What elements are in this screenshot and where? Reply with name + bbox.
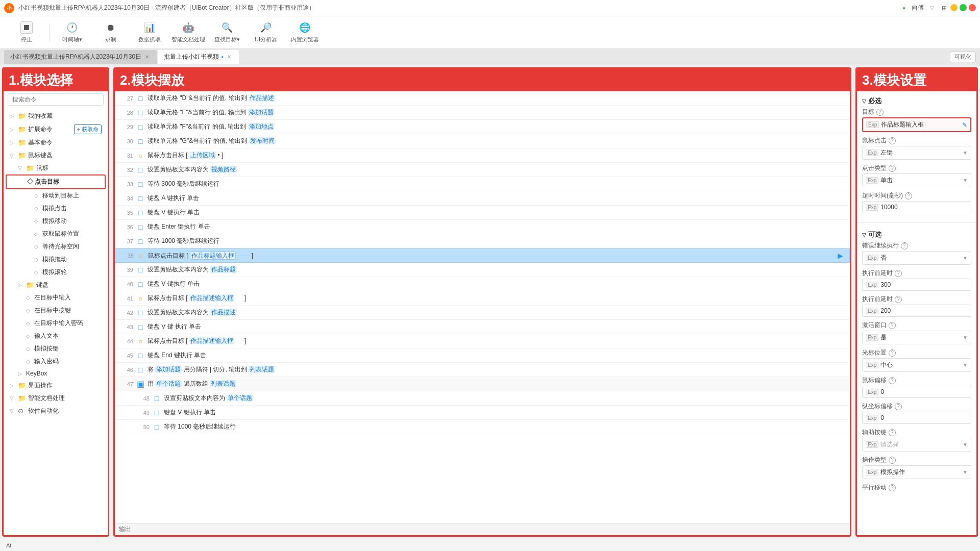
- flow-row-36[interactable]: 36 □ 键盘 Enter 键执行 单击: [115, 220, 850, 234]
- stop-button[interactable]: ⏹ 停止: [8, 19, 45, 46]
- continue-on-error-help-icon[interactable]: ?: [901, 242, 908, 249]
- exec-delay1-label-text: 执行前延时: [862, 269, 893, 278]
- flow-row-41[interactable]: 41 ○ 鼠标点击目标 [ 作品描述输入框 ]: [115, 291, 850, 306]
- tree-favorites[interactable]: ▷ 📁 我的收藏: [6, 110, 106, 122]
- flow-row-38[interactable]: 38 ○ 鼠标点击目标 [ 作品标题输入框 —— ] ▶: [115, 248, 850, 263]
- tree-input-password-in-target[interactable]: ◇ 在目标中输入密码: [6, 317, 106, 330]
- tree-click-target[interactable]: ◇ 点击目标: [6, 174, 106, 189]
- smart-doc-button[interactable]: 🤖 智能文档处理: [170, 19, 207, 46]
- cursor-offsety-help-icon[interactable]: ?: [895, 403, 902, 410]
- tree-simulate-drag[interactable]: ◇ 模拟拖动: [6, 253, 106, 266]
- mouse-click-help-icon[interactable]: ?: [889, 137, 896, 144]
- cursor-offsetx-input[interactable]: Exp 0: [862, 386, 971, 398]
- data-extract-button[interactable]: 📊 数据抓取: [131, 19, 168, 46]
- timeline-button[interactable]: 🕐 时间轴▾: [54, 19, 90, 46]
- flow-row-47[interactable]: 47 ▣ 用 单个话题 遍历数组 列表话题: [115, 377, 850, 391]
- flow-row-44[interactable]: 44 ○ 鼠标点击目标 [ 作品描述输入框 ]: [115, 334, 850, 348]
- tab-main-close[interactable]: ✕: [143, 54, 151, 61]
- timeout-input[interactable]: Exp 10000: [862, 201, 971, 213]
- exec-delay1-help-icon[interactable]: ?: [895, 270, 902, 277]
- flow-row-35[interactable]: 35 □ 键盘 V 键执行 单击: [115, 206, 850, 220]
- cursor-position-select[interactable]: Exp 中心 ▼: [862, 358, 971, 372]
- exec-delay1-input[interactable]: Exp 300: [862, 279, 971, 291]
- flow-row-30[interactable]: 30 □ 读取单元格 "G"&当前行 的值, 输出到 发布时间: [115, 134, 850, 148]
- search-input[interactable]: [8, 93, 104, 106]
- tab-active-close[interactable]: ✕: [226, 54, 233, 61]
- row-icon-40: □: [135, 279, 145, 289]
- flow-row-40[interactable]: 40 □ 键盘 V 键执行 单击: [115, 277, 850, 291]
- flow-row-42[interactable]: 42 □ 设置剪贴板文本内容为 作品描述: [115, 306, 850, 320]
- ui-analyzer-button[interactable]: 🔎 UI分析器: [248, 19, 284, 46]
- tree-input-in-target[interactable]: ◇ 在目标中输入: [6, 291, 106, 304]
- cursor-offsetx-help-icon[interactable]: ?: [889, 377, 896, 384]
- tree-simulate-move[interactable]: ◇ 模拟移动: [6, 215, 106, 228]
- tree-simulate-scroll[interactable]: ◇ 模拟滚轮: [6, 266, 106, 279]
- tree-ui-ops[interactable]: ▷ 📁 界面操作: [6, 379, 106, 392]
- tree-simulate-key[interactable]: ◇ 模拟按键: [6, 342, 106, 355]
- mouse-click-select[interactable]: Exp 左键 ▼: [862, 146, 971, 160]
- record-button[interactable]: ⏺ 录制: [92, 19, 129, 46]
- flow-row-33[interactable]: 33 □ 等待 3000 毫秒后继续运行: [115, 177, 850, 191]
- flow-row-34[interactable]: 34 □ 键盘 A 键执行 单击: [115, 191, 850, 206]
- target-input[interactable]: Exp 作品标题输入框 ✎: [862, 117, 971, 132]
- activate-window-select[interactable]: Exp 是 ▼: [862, 331, 971, 344]
- flow-row-49[interactable]: 49 □ 键盘 V 键执行 单击: [115, 406, 850, 420]
- tab-main[interactable]: 小红书视频批量上传RPA机器人2023年10月30日 ✕: [4, 50, 157, 64]
- flow-row-29[interactable]: 29 □ 读取单元格 "F"&当前行 的值, 输出到 添加地点: [115, 120, 850, 134]
- tab-active[interactable]: 批量上传小红书视频 ● ✕: [158, 50, 239, 64]
- exec-delay2-help-icon[interactable]: ?: [895, 296, 902, 303]
- layout-icon[interactable]: ⊞: [940, 4, 948, 12]
- flow-row-31[interactable]: 31 ○ 鼠标点击目标 [ 上传区域 • ]: [115, 148, 850, 163]
- tree-extensions[interactable]: ▷ 📁 扩展命令 + 获取命: [6, 122, 106, 136]
- flow-row-27[interactable]: 27 □ 读取单元格 "D"&当前行 的值, 输出到 作品描述: [115, 91, 850, 106]
- flow-row-46[interactable]: 46 □ 将 添加话题 用分隔符 | 切分, 输出到 列表话题: [115, 363, 850, 377]
- tree-mouse-keyboard[interactable]: ▽ 📁 鼠标键盘: [6, 149, 106, 162]
- flow-row-39[interactable]: 39 □ 设置剪贴板文本内容为 作品标题: [115, 263, 850, 277]
- click-type-select[interactable]: Exp 单击 ▼: [862, 173, 971, 187]
- exec-delay2-input[interactable]: Exp 200: [862, 305, 971, 317]
- hotkey-help-icon[interactable]: ?: [889, 429, 896, 436]
- inline-browser-button[interactable]: 🌐 内置浏览器: [286, 19, 323, 46]
- target-help-icon[interactable]: ?: [876, 109, 884, 116]
- tree-simulate-click[interactable]: ◇ 模拟点击: [6, 202, 106, 215]
- flow-row-32[interactable]: 32 □ 设置剪贴板文本内容为 视频路径: [115, 163, 850, 177]
- tree-mouse[interactable]: ▽ 📁 鼠标: [6, 162, 106, 174]
- flow-row-48[interactable]: 48 □ 设置剪贴板文本内容为 单个话题: [115, 391, 850, 406]
- tree-smart-doc[interactable]: ▽ 📁 智能文档处理: [6, 392, 106, 405]
- row-num-47: 47: [119, 381, 133, 387]
- find-target-button[interactable]: 🔍 查找目标▾: [209, 19, 246, 46]
- flow-row-28[interactable]: 28 □ 读取单元格 "E"&当前行 的值, 输出到 添加话题: [115, 106, 850, 120]
- tree-input-text[interactable]: ◇ 输入文本: [6, 330, 106, 342]
- tree-basic[interactable]: ▷ 📁 基本命令: [6, 136, 106, 149]
- close-button[interactable]: [969, 4, 976, 11]
- cursor-offsety-input[interactable]: Exp 0: [862, 412, 971, 424]
- tree-software-auto[interactable]: ▽ ⊙ 软件自动化: [6, 405, 106, 417]
- hotkey-select[interactable]: Exp 请选择 ▼: [862, 438, 971, 452]
- tree-wait-cursor[interactable]: ◇ 等待光标空闲: [6, 240, 106, 253]
- tree-get-mouse-pos[interactable]: ◇ 获取鼠标位置: [6, 228, 106, 240]
- cursor-position-help-icon[interactable]: ?: [889, 349, 896, 357]
- continue-on-error-select[interactable]: Exp 否 ▼: [862, 251, 971, 265]
- tree-keybox[interactable]: ▷ KeyBox: [6, 368, 106, 379]
- row-play-38[interactable]: ▶: [835, 251, 845, 261]
- operation-type-select[interactable]: Exp 模拟操作 ▼: [862, 465, 971, 479]
- tree-keyboard[interactable]: ▷ 📁 键盘: [6, 279, 106, 291]
- activate-window-help-icon[interactable]: ?: [889, 322, 896, 329]
- click-type-help-icon[interactable]: ?: [889, 165, 896, 172]
- tree-move-to-target[interactable]: ◇ 移动到目标上: [6, 189, 106, 202]
- visible-button[interactable]: 可视化: [950, 52, 976, 62]
- minimize-button[interactable]: [950, 4, 958, 11]
- target-edit-icon[interactable]: ✎: [962, 121, 967, 129]
- flow-row-45[interactable]: 45 □ 键盘 End 键执行 单击: [115, 348, 850, 363]
- horizontal-move-help-icon[interactable]: ?: [889, 484, 896, 491]
- tree-input-password[interactable]: ◇ 输入密码: [6, 355, 106, 368]
- row-content-41: 鼠标点击目标 [ 作品描述输入框 ]: [148, 294, 846, 303]
- tree-press-in-target[interactable]: ◇ 在目标中按键: [6, 304, 106, 317]
- flow-row-37[interactable]: 37 □ 等待 1000 毫秒后继续运行: [115, 234, 850, 248]
- operation-type-help-icon[interactable]: ?: [889, 457, 896, 464]
- maximize-button[interactable]: [960, 4, 967, 11]
- flow-row-43[interactable]: 43 □ 键盘 V 键 执行 单击: [115, 320, 850, 334]
- timeout-help-icon[interactable]: ?: [905, 192, 912, 199]
- flow-row-50[interactable]: 50 □ 等待 1000 毫秒后继续运行: [115, 420, 850, 434]
- get-extensions-button[interactable]: + 获取命: [74, 124, 102, 134]
